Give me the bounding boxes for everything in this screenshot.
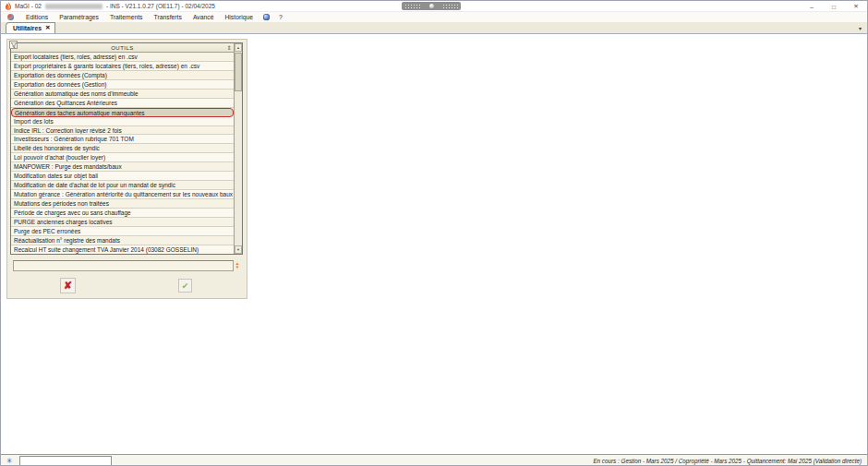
list-item[interactable]: Modification de date d'achat de lot pour… (11, 181, 234, 190)
list-item[interactable]: Loi pouvoir d'achat (bouclier loyer) (11, 153, 234, 162)
filter-funnel-icon[interactable] (9, 41, 18, 49)
list-item-label: Import des lots (14, 118, 54, 125)
list-item-label: Mutations des périodes non traitées (14, 200, 109, 207)
app-menu-ball-icon[interactable] (7, 14, 14, 20)
list-item[interactable]: PURGE anciennes charges locatives (11, 218, 234, 227)
list-item-label: Génération automatique des noms d'immeub… (14, 90, 139, 97)
tool-parameter-input[interactable] (13, 260, 234, 271)
cancel-button[interactable]: ✘ (60, 278, 76, 293)
vertical-scrollbar[interactable]: ▲ ▼ (234, 43, 242, 254)
list-item[interactable]: Exportation des données (Compta) (11, 71, 234, 80)
list-item[interactable]: Génération des taches automatique manqua… (11, 108, 234, 117)
globe-icon[interactable] (263, 14, 270, 20)
list-item[interactable]: Période de charges avec ou sans chauffag… (11, 209, 234, 218)
list-item-label: Investisseurs : Génération rubrique 701 … (14, 136, 134, 142)
list-item[interactable]: Génération automatique des noms d'immeub… (11, 90, 234, 99)
close-button[interactable]: ✕ (845, 1, 867, 12)
menu-help[interactable]: ? (274, 12, 287, 22)
scroll-down-icon[interactable]: ▼ (235, 245, 242, 254)
validate-check-icon: ✔ (182, 281, 189, 291)
titlebar-overlay-widget (402, 2, 461, 10)
list-item-label: Libellé des honoraires de syndic (14, 145, 100, 151)
redacted-client-name (45, 4, 102, 9)
minimize-button[interactable]: – (801, 1, 823, 12)
menu-historique[interactable]: Historique (219, 12, 259, 22)
list-item-label: Génération des Quittances Antérieures (14, 100, 117, 106)
menu-traitements[interactable]: Traitements (104, 12, 149, 22)
list-item-label: MANPOWER : Purge des mandats/baux (14, 163, 122, 170)
utilities-panel: OUTILS ⇕ Export locataires (tiers, roles… (6, 39, 247, 299)
scroll-up-icon[interactable]: ▲ (235, 43, 242, 52)
content-area: OUTILS ⇕ Export locataires (tiers, roles… (1, 34, 867, 454)
list-item-label: Période de charges avec ou sans chauffag… (14, 209, 131, 216)
list-item[interactable]: Recalcul HT suite changement TVA Janvier… (11, 245, 234, 254)
list-item-label: Export propriétaires & garants locataire… (14, 63, 199, 69)
list-item[interactable]: Exportation des données (Gestion) (11, 80, 234, 90)
list-item[interactable]: Indice IRL : Correction loyer révisé 2 f… (11, 126, 234, 136)
list-item-label: Purge des PEC erronées (14, 228, 80, 234)
tab-overflow-icon[interactable]: ▾ (859, 25, 862, 31)
menubar: Editions Paramétrages Traitements Transf… (1, 12, 867, 22)
list-item[interactable]: Mutations des périodes non traitées (11, 199, 234, 209)
list-item-label: Modification dates sur objet bail (14, 173, 98, 179)
list-item[interactable]: Export locataires (tiers, roles, adresse… (11, 53, 234, 62)
window-controls: – □ ✕ (801, 1, 867, 12)
list-item-label: Mutation gérance : Génération antériorit… (14, 191, 233, 197)
list-item[interactable]: Libellé des honoraires de syndic (11, 144, 234, 153)
window-title-suffix: - INS - V21.1.0.27 (OE11.7) - 02/04/2025 (106, 3, 215, 9)
list-item-label: PURGE anciennes charges locatives (14, 219, 113, 225)
cancel-x-icon: ✘ (64, 280, 72, 292)
tab-utilitaires[interactable]: Utilitaires ✕ (6, 22, 55, 33)
list-item[interactable]: Investisseurs : Génération rubrique 701 … (11, 135, 234, 144)
app-window: MaGI - 02 - INS - V21.1.0.27 (OE11.7) - … (0, 0, 868, 466)
tab-close-icon[interactable]: ✕ (45, 25, 50, 31)
menu-editions[interactable]: Editions (20, 12, 54, 22)
spinner-down-icon[interactable]: ▼ (235, 266, 239, 269)
orb-icon (429, 4, 434, 8)
validate-button[interactable]: ✔ (178, 279, 192, 293)
list-item-label: Modification de date d'achat de lot pour… (14, 182, 175, 188)
app-flame-icon (5, 2, 12, 10)
list-item[interactable]: Génération des Quittances Antérieures (11, 99, 234, 108)
list-item[interactable]: Import des lots (11, 117, 234, 126)
list-item-label: Export locataires (tiers, roles, adresse… (14, 54, 138, 60)
list-item-label: Exportation des données (Compta) (14, 72, 107, 78)
status-asterisk-icon[interactable]: ✳ (6, 457, 13, 466)
status-empty-field (19, 456, 112, 466)
list-item[interactable]: Mutation gérance : Génération antériorit… (11, 190, 234, 199)
tools-header-label: OUTILS (111, 45, 134, 51)
spinner-control[interactable]: ▲ ▼ (234, 260, 241, 271)
statusbar: ✳ En cours : Gestion - Mars 2025 / Copro… (1, 454, 867, 466)
tools-table: OUTILS ⇕ Export locataires (tiers, roles… (10, 42, 243, 255)
scrollbar-thumb[interactable] (235, 53, 242, 91)
tools-column-header[interactable]: OUTILS ⇕ (11, 43, 234, 53)
list-item-label: Indice IRL : Correction loyer révisé 2 f… (14, 127, 122, 134)
list-item-label: Recalcul HT suite changement TVA Janvier… (14, 246, 199, 253)
list-item-label: Exportation des données (Gestion) (14, 81, 106, 88)
menu-parametrages[interactable]: Paramétrages (54, 12, 104, 22)
dot-grid-icon (404, 4, 420, 9)
menu-transferts[interactable]: Transferts (149, 12, 187, 22)
window-title-prefix: MaGI - 02 (15, 3, 42, 9)
sort-icon[interactable]: ⇕ (226, 44, 232, 51)
maximize-button[interactable]: □ (823, 1, 845, 12)
list-item[interactable]: MANPOWER : Purge des mandats/baux (11, 162, 234, 172)
list-item-label: Loi pouvoir d'achat (bouclier loyer) (14, 154, 105, 161)
titlebar: MaGI - 02 - INS - V21.1.0.27 (OE11.7) - … (1, 1, 867, 12)
tools-list: Export locataires (tiers, roles, adresse… (11, 53, 234, 254)
list-item[interactable]: Purge des PEC erronées (11, 227, 234, 236)
dot-grid-icon (442, 4, 458, 9)
list-item-label: Génération des taches automatique manqua… (15, 110, 145, 116)
list-item[interactable]: Export propriétaires & garants locataire… (11, 62, 234, 71)
status-text: En cours : Gestion - Mars 2025 / Copropr… (593, 455, 862, 466)
tabbar: Utilitaires ✕ ▾ (1, 22, 867, 34)
list-item[interactable]: Réactualisation n° registre des mandats (11, 236, 234, 245)
window-title: MaGI - 02 - INS - V21.1.0.27 (OE11.7) - … (15, 3, 215, 9)
tab-label: Utilitaires (13, 25, 42, 31)
list-item-label: Réactualisation n° registre des mandats (14, 237, 120, 244)
list-item[interactable]: Modification dates sur objet bail (11, 172, 234, 181)
menu-avance[interactable]: Avancé (187, 12, 220, 22)
tool-input-row: ▲ ▼ (13, 260, 241, 271)
